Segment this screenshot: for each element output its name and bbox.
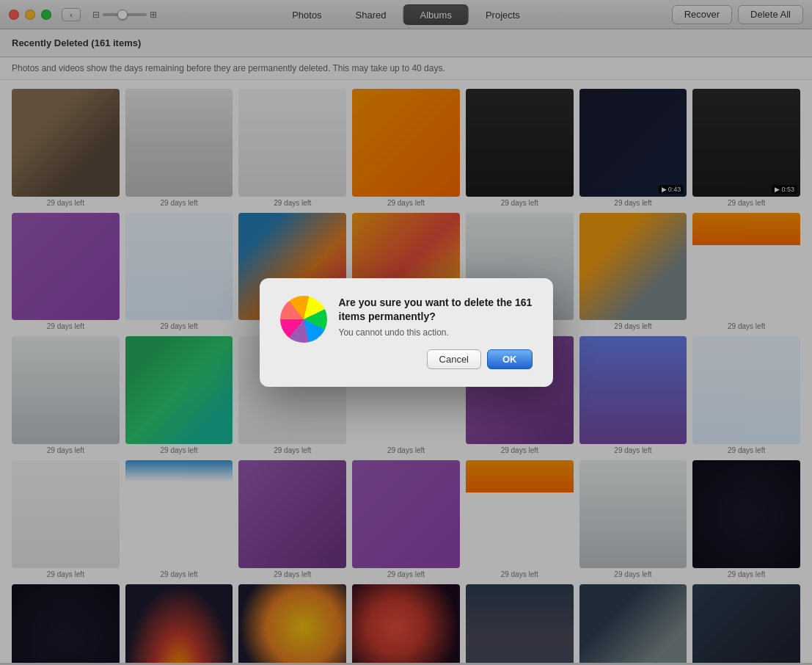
delete-confirm-dialog: Are you sure you want to delete the 161 … [260, 278, 553, 386]
ok-button[interactable]: OK [487, 349, 533, 369]
modal-buttons: Cancel OK [339, 349, 533, 369]
modal-overlay: Are you sure you want to delete the 161 … [0, 0, 812, 665]
modal-subtitle: You cannot undo this action. [339, 327, 533, 338]
cancel-button[interactable]: Cancel [427, 349, 481, 369]
photos-app-icon [280, 296, 327, 343]
modal-title: Are you sure you want to delete the 161 … [339, 296, 533, 322]
modal-body: Are you sure you want to delete the 161 … [339, 296, 533, 368]
app-icon [280, 296, 327, 343]
